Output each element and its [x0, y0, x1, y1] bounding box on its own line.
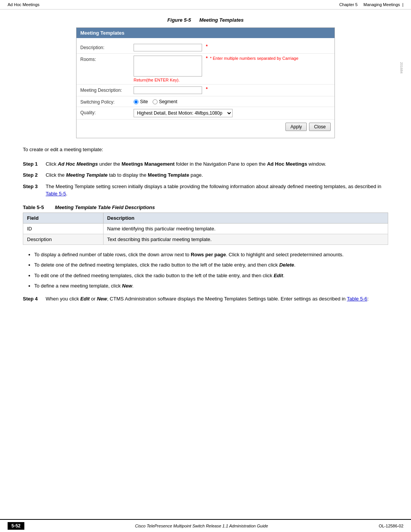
- footer-center: Cisco TelePresence Multipoint Switch Rel…: [24, 524, 379, 528]
- header-section: Managing Meetings: [363, 2, 400, 7]
- segment-label: Segment: [159, 99, 177, 104]
- step-1-content: Click Ad Hoc Meetings under the Meetings…: [46, 160, 388, 168]
- step-4-label: Step 4: [23, 295, 46, 303]
- segment-radio[interactable]: [153, 99, 158, 104]
- dialog-title: Meeting Templates: [80, 30, 124, 36]
- meeting-description-row: Meeting Description: *: [76, 85, 335, 96]
- switching-policy-row: Switching Policy: Site Segment: [76, 96, 335, 107]
- enter-key-note: Return(the ENTER Key).: [134, 78, 180, 82]
- meeting-description-field: *: [134, 86, 331, 94]
- step-1: Step 1 Click Ad Hoc Meetings under the M…: [23, 160, 388, 168]
- description-input[interactable]: [134, 44, 202, 51]
- figure-annotation: 201684: [400, 62, 403, 73]
- rooms-note: * Enter multiple numbers separated by Ca…: [210, 56, 298, 61]
- meeting-description-label: Meeting Description:: [80, 86, 134, 93]
- step-4: Step 4 When you click Edit or New, CTMS …: [23, 295, 388, 303]
- description-header: Description: [103, 212, 388, 223]
- rooms-bottom-line: Return(the ENTER Key).: [134, 78, 298, 82]
- table-body: ID Name identifying this particular meet…: [23, 223, 388, 244]
- rooms-required: *: [206, 56, 208, 61]
- rooms-content: * * Enter multiple numbers separated by …: [134, 56, 298, 82]
- table-caption-prefix: Table 5-5: [23, 204, 44, 210]
- dialog-title-bar: Meeting Templates: [76, 28, 335, 38]
- segment-option[interactable]: Segment: [153, 99, 177, 104]
- footer-right: OL-12586-02: [379, 524, 403, 528]
- switching-policy-radio-group: Site Segment: [134, 98, 177, 104]
- bullet-list: To display a defined number of table row…: [34, 251, 388, 290]
- close-button[interactable]: Close: [309, 123, 331, 131]
- apply-button[interactable]: Apply: [285, 123, 307, 131]
- table-header-row: Field Description: [23, 212, 388, 223]
- id-desc-cell: Name identifying this particular meeting…: [103, 223, 388, 234]
- site-radio[interactable]: [134, 99, 139, 104]
- quality-field: Highest Detail, Best Motion: 4Mbps,1080p: [134, 109, 331, 117]
- table-header: Field Description: [23, 212, 388, 223]
- table-5-6-link[interactable]: Table 5-6: [347, 296, 367, 302]
- table-caption-title: Meeting Template Table Field Description…: [55, 204, 155, 210]
- step-2-content: Click the Meeting Template tab to displa…: [46, 171, 388, 179]
- quality-select[interactable]: Highest Detail, Best Motion: 4Mbps,1080p: [134, 109, 233, 117]
- id-cell: ID: [23, 223, 104, 234]
- steps-1-3: Step 1 Click Ad Hoc Meetings under the M…: [23, 160, 388, 198]
- table-5-5-link[interactable]: Table 5-5: [46, 191, 66, 197]
- site-label: Site: [140, 99, 148, 104]
- description-required: *: [206, 44, 208, 49]
- list-item: To define a new meeting template, click …: [34, 282, 388, 290]
- field-header: Field: [23, 212, 104, 223]
- rooms-top-line: * * Enter multiple numbers separated by …: [134, 56, 298, 77]
- step-1-label: Step 1: [23, 160, 46, 168]
- main-content: Figure 5-5 Meeting Templates Meeting Tem…: [0, 10, 411, 329]
- list-item: To display a defined number of table row…: [34, 251, 388, 259]
- step-3-label: Step 3: [23, 183, 46, 190]
- page-footer: 5-52 Cisco TelePresence Multipoint Switc…: [0, 519, 411, 532]
- page-header: Ad Hoc Meetings Chapter 5 Managing Meeti…: [0, 0, 411, 10]
- list-item: To delete one of the defined meeting tem…: [34, 261, 388, 269]
- switching-policy-label: Switching Policy:: [80, 98, 134, 105]
- step-4-content: When you click Edit or New, CTMS Adminis…: [46, 295, 388, 303]
- meeting-description-required: *: [206, 86, 208, 92]
- table-caption: Table 5-5 Meeting Template Table Field D…: [23, 204, 388, 210]
- description-desc-cell: Text describing this particular meeting …: [103, 234, 388, 244]
- rooms-field: * * Enter multiple numbers separated by …: [134, 56, 331, 82]
- step-2-label: Step 2: [23, 171, 46, 179]
- meeting-description-input[interactable]: [134, 86, 202, 94]
- header-right: Chapter 5 Managing Meetings |: [339, 2, 403, 7]
- step-3: Step 3 The Meeting Template setting scre…: [23, 183, 388, 198]
- description-row: Description: *: [76, 42, 335, 54]
- meeting-templates-dialog: Meeting Templates Description: * Rooms:: [76, 27, 335, 138]
- table-row: Description Text describing this particu…: [23, 234, 388, 244]
- rooms-textarea[interactable]: [134, 56, 202, 77]
- description-cell: Description: [23, 234, 104, 244]
- footer-page-num: 5-52: [8, 522, 24, 530]
- header-left: Ad Hoc Meetings: [8, 2, 40, 7]
- intro-text: To create or edit a meeting template:: [23, 146, 388, 153]
- dialog-body: Description: * Rooms: * * Enter multiple…: [76, 38, 335, 138]
- meeting-template-table: Field Description ID Name identifying th…: [23, 212, 388, 245]
- header-chapter: Chapter 5: [339, 2, 357, 7]
- site-option[interactable]: Site: [134, 99, 148, 104]
- figure-caption: Figure 5-5 Meeting Templates: [23, 17, 388, 23]
- table-row: ID Name identifying this particular meet…: [23, 223, 388, 234]
- list-item: To edit one of the defined meeting templ…: [34, 272, 388, 280]
- figure-number: Figure 5-5: [167, 17, 191, 23]
- quality-row: Quality: Highest Detail, Best Motion: 4M…: [76, 107, 335, 120]
- step-2: Step 2 Click the Meeting Template tab to…: [23, 171, 388, 179]
- quality-label: Quality:: [80, 109, 134, 115]
- step-3-content: The Meeting Template setting screen init…: [46, 183, 388, 198]
- description-label: Description:: [80, 44, 134, 50]
- rooms-label: Rooms:: [80, 56, 134, 62]
- dialog-buttons: Apply Close: [76, 120, 335, 134]
- rooms-row: Rooms: * * Enter multiple numbers separa…: [76, 54, 335, 85]
- switching-policy-field: Site Segment: [134, 98, 331, 104]
- figure-title: Meeting Templates: [199, 17, 244, 23]
- description-field: *: [134, 44, 331, 51]
